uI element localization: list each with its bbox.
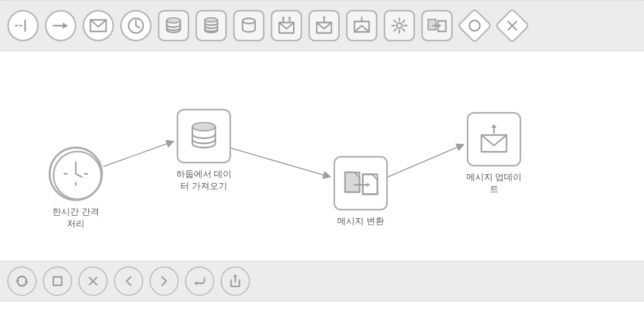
database-stack-button[interactable] [196, 10, 227, 41]
node-timer-shape [49, 147, 103, 201]
svg-line-21 [231, 148, 330, 177]
node-hadoop-label: 하둡에서 데이터 가져오기 [175, 169, 233, 193]
stop-icon [52, 275, 63, 287]
transform-icon [342, 168, 380, 198]
node-update-shape [467, 112, 521, 166]
database-icon [187, 119, 221, 153]
svg-rect-15 [428, 19, 436, 30]
end-event-icon [51, 16, 70, 35]
database-stack-icon [202, 16, 221, 35]
transform-icon [427, 16, 447, 35]
svg-point-6 [243, 18, 255, 24]
next-icon [159, 275, 169, 287]
transform-node-button[interactable] [421, 10, 453, 41]
export-button[interactable] [221, 266, 250, 296]
node-update-label: 메시지 업데이트 [465, 172, 523, 196]
clock-icon [61, 159, 90, 188]
svg-point-18 [469, 20, 480, 31]
svg-marker-31 [367, 183, 370, 187]
gateway-circle-button[interactable] [459, 10, 490, 41]
svg-marker-33 [491, 124, 497, 128]
node-hadoop-shape [177, 109, 231, 163]
node-transform-label: 메시지 변환 [337, 216, 384, 228]
receive-icon [277, 16, 296, 35]
start-event-button[interactable] [7, 10, 39, 41]
svg-rect-36 [53, 277, 62, 285]
mail-node-button[interactable] [83, 10, 114, 41]
svg-point-4 [167, 18, 180, 23]
bottom-toolbar [0, 261, 644, 302]
send-up-icon [477, 122, 511, 156]
node-hadoop[interactable]: 하둡에서 데이터 가져오기 [175, 109, 233, 193]
start-event-icon [14, 16, 32, 35]
palette-toolbar [0, 0, 644, 51]
svg-marker-1 [63, 23, 68, 29]
svg-marker-8 [282, 16, 285, 18]
svg-point-14 [397, 23, 402, 28]
svg-marker-38 [233, 274, 237, 277]
send-up-node-button[interactable] [308, 10, 340, 41]
svg-marker-11 [323, 16, 326, 18]
gear-node-button[interactable] [384, 10, 415, 41]
svg-marker-37 [194, 281, 197, 285]
return-icon [192, 275, 208, 287]
svg-marker-17 [439, 24, 441, 27]
svg-marker-9 [288, 16, 291, 18]
send-down-icon [352, 16, 371, 35]
stop-button[interactable] [43, 266, 72, 296]
prev-icon [123, 275, 134, 287]
circle-node-icon [468, 19, 481, 32]
clock-icon [126, 16, 145, 35]
gear-icon [390, 16, 409, 35]
svg-point-28 [192, 122, 215, 131]
refresh-button[interactable] [7, 266, 37, 296]
clock-node-button[interactable] [120, 10, 152, 41]
receive-node-button[interactable] [271, 10, 302, 41]
send-down-node-button[interactable] [346, 10, 377, 41]
mail-icon [89, 19, 107, 32]
node-transform[interactable]: 메시지 변환 [332, 156, 389, 228]
svg-point-5 [205, 18, 217, 22]
svg-line-22 [388, 144, 464, 177]
next-button[interactable] [150, 266, 179, 296]
close-button[interactable] [78, 266, 108, 296]
flow-canvas[interactable]: 한시간 간격 처리 하둡에서 데이터 가져오기 메시지 변환 [0, 51, 644, 261]
node-update[interactable]: 메시지 업데이트 [465, 112, 523, 196]
node-timer[interactable]: 한시간 간격 처리 [47, 147, 105, 230]
end-event-button[interactable] [45, 10, 76, 41]
prev-button[interactable] [114, 266, 143, 296]
export-icon [228, 274, 242, 288]
return-button[interactable] [185, 266, 214, 296]
cancel-icon [505, 19, 519, 32]
cylinder-icon [239, 16, 258, 35]
close-icon [87, 275, 99, 287]
refresh-icon [14, 273, 30, 289]
database-node-button[interactable] [158, 10, 189, 41]
send-up-icon [315, 16, 334, 35]
svg-line-20 [104, 141, 174, 166]
cylinder-node-button[interactable] [233, 10, 264, 41]
database-icon [164, 16, 183, 35]
gateway-cancel-button[interactable] [497, 10, 528, 41]
node-timer-label: 한시간 간격 처리 [47, 206, 105, 230]
node-transform-shape [334, 156, 388, 210]
